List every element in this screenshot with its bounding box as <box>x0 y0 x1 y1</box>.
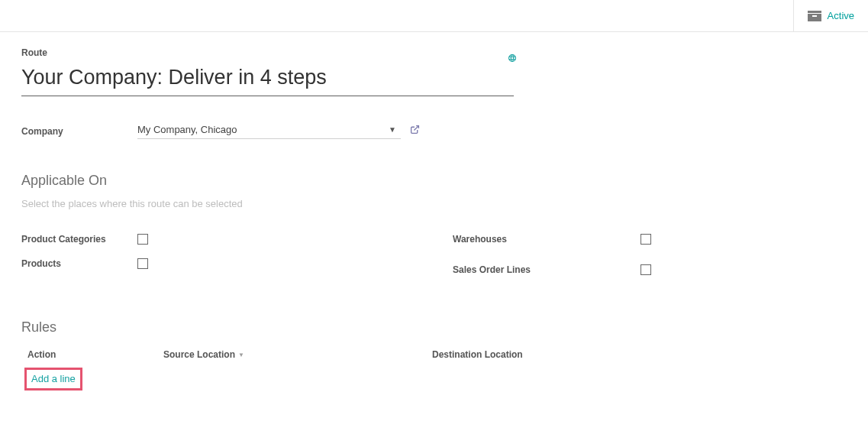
chevron-down-icon: ▼ <box>389 125 396 134</box>
route-field-label: Route <box>21 47 514 58</box>
route-name-input[interactable] <box>21 63 514 96</box>
add-line-highlight: Add a line <box>24 368 82 390</box>
applicable-on-hint: Select the places where this route can b… <box>21 198 847 209</box>
company-row: Company My Company, Chicago ▼ <box>21 122 847 139</box>
warehouses-row: Warehouses <box>453 234 847 245</box>
archive-icon <box>808 11 821 21</box>
rules-col-action: Action <box>27 349 163 360</box>
product-categories-label: Product Categories <box>21 234 137 245</box>
rules-col-source[interactable]: Source Location ▼ <box>163 349 432 360</box>
products-checkbox[interactable] <box>137 258 148 269</box>
company-value: My Company, Chicago <box>137 124 237 135</box>
warehouses-label: Warehouses <box>453 234 641 245</box>
rules-table-header: Action Source Location ▼ Destination Loc… <box>21 349 847 366</box>
route-title-row: Route <box>21 47 847 96</box>
company-label: Company <box>21 126 63 137</box>
sales-order-lines-row: Sales Order Lines <box>453 264 847 275</box>
applicable-grid: Product Categories Products Warehouses S… <box>21 234 847 289</box>
active-label: Active <box>828 10 854 21</box>
company-select[interactable]: My Company, Chicago ▼ <box>137 122 401 139</box>
products-label: Products <box>21 258 137 269</box>
products-row: Products <box>21 258 453 269</box>
top-bar: Active <box>0 0 868 32</box>
external-link-icon[interactable] <box>410 124 420 138</box>
product-categories-checkbox[interactable] <box>137 234 148 245</box>
form-content: Route Company My Company, Chicago ▼ Appl… <box>0 32 868 421</box>
rules-col-destination: Destination Location <box>432 349 523 360</box>
active-toggle-button[interactable]: Active <box>793 0 868 31</box>
rules-title: Rules <box>21 319 847 335</box>
sales-order-lines-checkbox[interactable] <box>641 264 651 275</box>
globe-icon[interactable] <box>508 52 517 66</box>
warehouses-checkbox[interactable] <box>641 234 651 245</box>
add-a-line-link[interactable]: Add a line <box>31 373 76 384</box>
svg-line-0 <box>414 126 418 131</box>
product-categories-row: Product Categories <box>21 234 453 245</box>
sales-order-lines-label: Sales Order Lines <box>453 264 641 275</box>
applicable-on-title: Applicable On <box>21 173 847 189</box>
sort-caret-icon: ▼ <box>238 352 244 358</box>
